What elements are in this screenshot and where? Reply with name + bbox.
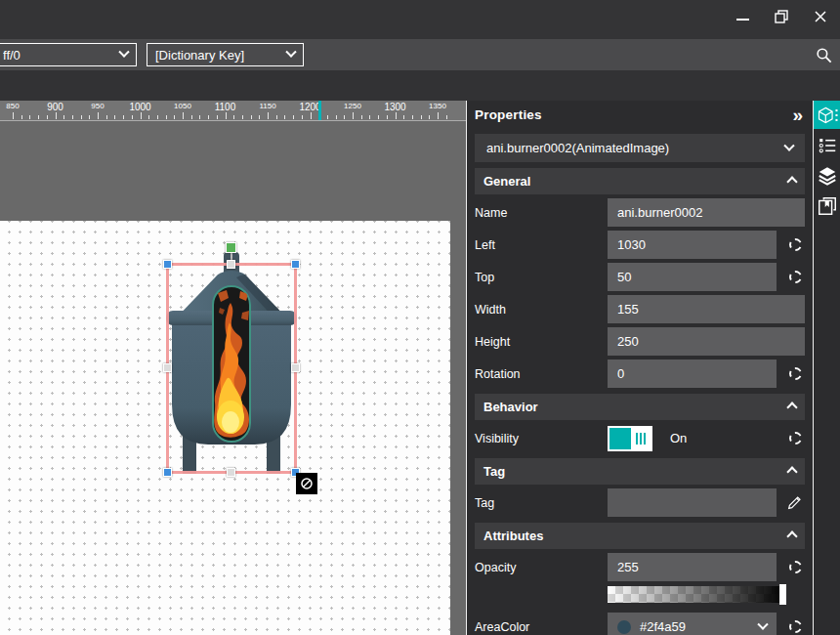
opacity-gradient-slider[interactable] <box>608 586 785 603</box>
chevron-up-icon <box>786 176 797 187</box>
visibility-toggle[interactable] <box>608 426 652 451</box>
height-input[interactable] <box>608 327 805 356</box>
rotation-row: Rotation <box>475 360 805 388</box>
minimize-icon <box>736 19 749 21</box>
tag-edit-button[interactable] <box>783 494 805 511</box>
toolbar-gap-strip <box>0 70 840 101</box>
restore-button[interactable] <box>762 0 801 31</box>
visibility-label: Visibility <box>475 432 608 445</box>
opacity-slider-row <box>475 586 805 603</box>
search-button[interactable] <box>811 43 836 66</box>
list-icon <box>817 135 838 156</box>
panel-title: Properties <box>475 107 542 122</box>
app-window: ff/0 [Dictionary Key] 850900950100010501… <box>0 0 840 635</box>
width-input[interactable] <box>608 295 805 323</box>
close-button[interactable] <box>801 0 840 31</box>
panel-tab-strip <box>813 101 840 635</box>
visibility-binding-gear-icon[interactable] <box>789 432 802 444</box>
top-label: Top <box>475 271 608 284</box>
area-color-swatch <box>617 620 631 634</box>
left-label: Left <box>475 238 608 252</box>
rotation-binding-gear-icon[interactable] <box>789 367 802 380</box>
restore-icon <box>775 10 788 23</box>
section-attributes[interactable]: Attributes <box>475 523 805 549</box>
resize-handle-top-left[interactable] <box>163 260 172 269</box>
width-row: Width <box>475 295 805 323</box>
area-color-label: AreaColor <box>475 620 608 634</box>
resize-handle-top[interactable] <box>227 260 235 269</box>
chevron-down-icon <box>118 47 129 58</box>
rotation-label: Rotation <box>475 367 608 381</box>
name-input[interactable] <box>608 198 805 227</box>
left-input[interactable] <box>608 231 777 259</box>
screen-dropdown[interactable]: ff/0 <box>0 43 137 66</box>
toggle-knob <box>631 428 651 449</box>
object-selector-dropdown[interactable]: ani.burner0002(AnimatedImage) <box>475 134 805 162</box>
resize-handle-right[interactable] <box>291 363 300 372</box>
section-tag[interactable]: Tag <box>475 458 805 485</box>
chevron-down-icon <box>285 47 296 58</box>
rotation-input[interactable] <box>608 360 777 388</box>
area-color-binding-gear-icon[interactable] <box>789 620 802 633</box>
properties-panel: Properties » ani.burner0002(AnimatedImag… <box>466 101 813 635</box>
tag-input[interactable] <box>608 488 777 517</box>
tag-row: Tag <box>475 488 805 517</box>
search-icon <box>815 46 833 64</box>
selection-lock-badge <box>296 473 317 494</box>
chevron-down-icon <box>783 140 794 150</box>
pencil-icon <box>786 494 803 511</box>
top-binding-gear-icon[interactable] <box>789 271 802 283</box>
object-selector-value: ani.burner0002(AnimatedImage) <box>486 141 785 155</box>
page-bookmark-icon <box>817 195 838 217</box>
minimize-button[interactable] <box>723 0 762 31</box>
section-general[interactable]: General <box>475 168 805 194</box>
opacity-binding-gear-icon[interactable] <box>789 561 802 573</box>
resize-handle-left[interactable] <box>163 363 172 372</box>
chevron-down-icon <box>757 618 768 629</box>
top-input[interactable] <box>608 263 777 291</box>
rotation-handle[interactable] <box>226 242 236 253</box>
opacity-row: Opacity <box>475 553 805 581</box>
resize-handle-top-right[interactable] <box>291 260 300 269</box>
left-binding-gear-icon[interactable] <box>789 238 802 251</box>
selection-rectangle[interactable] <box>166 263 297 474</box>
tab-layers[interactable] <box>814 161 840 190</box>
ruler[interactable]: 8509009501000105011001150120012501300135… <box>0 101 467 121</box>
width-label: Width <box>475 303 608 317</box>
cube-icon <box>817 105 838 126</box>
tab-object-properties[interactable] <box>814 101 840 129</box>
height-row: Height <box>475 327 805 356</box>
left-row: Left <box>475 231 805 259</box>
ruler-cursor <box>318 101 321 121</box>
resize-handle-bottom[interactable] <box>227 468 235 477</box>
opacity-label: Opacity <box>475 561 608 574</box>
titlebar <box>0 0 840 39</box>
area-color-row: AreaColor #2f4a59 <box>475 613 805 635</box>
dictionary-dropdown-value: [Dictionary Key] <box>155 48 287 63</box>
tag-label: Tag <box>475 496 608 510</box>
no-entry-icon <box>300 477 314 490</box>
toolbar: ff/0 [Dictionary Key] <box>0 39 840 70</box>
layers-icon <box>817 165 838 187</box>
chevron-up-icon <box>786 466 797 477</box>
collapse-panel-button[interactable]: » <box>792 108 805 122</box>
name-row: Name <box>475 198 805 227</box>
visibility-state: On <box>670 431 777 445</box>
section-behavior[interactable]: Behavior <box>475 394 805 420</box>
dictionary-key-dropdown[interactable]: [Dictionary Key] <box>147 43 304 66</box>
tab-event-list[interactable] <box>814 131 840 159</box>
screen-dropdown-value: ff/0 <box>3 48 120 63</box>
resize-handle-bottom-left[interactable] <box>163 468 172 477</box>
top-row: Top <box>475 263 805 291</box>
opacity-slider-handle[interactable] <box>779 584 786 605</box>
opacity-input[interactable] <box>608 553 777 581</box>
height-label: Height <box>475 335 608 349</box>
tab-screen-pages[interactable] <box>814 191 840 220</box>
chevron-up-icon <box>786 402 797 412</box>
area-color-dropdown[interactable]: #2f4a59 <box>608 613 777 635</box>
area-color-value: #2f4a59 <box>640 619 759 634</box>
name-label: Name <box>475 206 608 220</box>
chevron-up-icon <box>786 530 797 541</box>
visibility-row: Visibility On <box>475 424 805 452</box>
close-icon <box>815 11 826 22</box>
